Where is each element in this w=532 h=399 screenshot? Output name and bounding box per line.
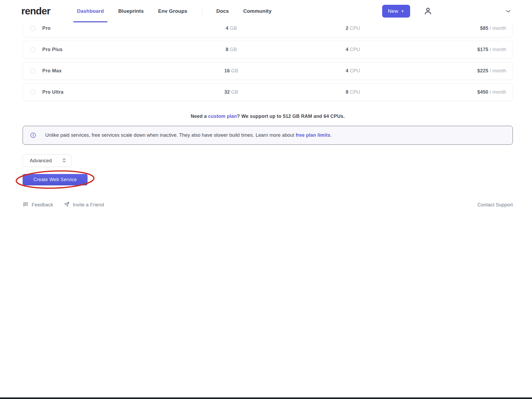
primary-nav: Dashboard Blueprints Env Groups Docs Com… bbox=[77, 0, 271, 22]
plan-row-pro[interactable]: Pro 4 GB 2 CPU $85 / month bbox=[23, 22, 513, 37]
plan-cpu: 4 CPU bbox=[321, 68, 385, 74]
cpu-unit: CPU bbox=[350, 47, 360, 52]
plan-row-pro-max[interactable]: Pro Max 16 GB 4 CPU $225 / month bbox=[23, 62, 513, 80]
plan-price: $175 / month bbox=[385, 47, 506, 52]
custom-plan-note: Need a custom plan? We support up to 512… bbox=[23, 114, 513, 119]
nav-item-docs[interactable]: Docs bbox=[216, 0, 229, 22]
plan-ram: 8 GB bbox=[199, 47, 263, 52]
radio-button[interactable] bbox=[30, 47, 35, 52]
plan-name: Pro bbox=[42, 26, 199, 31]
ram-value: 4 bbox=[226, 26, 228, 31]
info-icon bbox=[30, 132, 36, 138]
plan-cpu: 8 CPU bbox=[321, 89, 385, 95]
nav-divider bbox=[202, 6, 202, 16]
advanced-label: Advanced bbox=[30, 158, 52, 164]
feedback-label: Feedback bbox=[32, 202, 53, 208]
nav-item-dashboard[interactable]: Dashboard bbox=[77, 0, 104, 22]
ram-value: 8 bbox=[226, 47, 228, 52]
notice-text: Unlike paid services, free services scal… bbox=[45, 132, 332, 138]
radio-button[interactable] bbox=[30, 26, 35, 31]
plan-price: $450 / month bbox=[385, 89, 506, 95]
new-button[interactable]: New + bbox=[382, 5, 410, 18]
price-suffix: / month bbox=[490, 68, 506, 73]
create-button-area: Create Web Service bbox=[23, 174, 88, 185]
plan-list: Pro 4 GB 2 CPU $85 / month Pro Plus 8 GB bbox=[23, 22, 513, 105]
create-web-service-button[interactable]: Create Web Service bbox=[23, 174, 88, 185]
page-footer: Feedback Invite a Friend Contact Support bbox=[23, 201, 513, 209]
price-value: $175 bbox=[477, 47, 488, 52]
cpu-value: 8 bbox=[346, 89, 348, 95]
feedback-link[interactable]: Feedback bbox=[23, 201, 53, 209]
price-suffix: / month bbox=[490, 26, 506, 31]
plan-ram: 16 GB bbox=[199, 68, 263, 74]
ram-value: 16 bbox=[224, 68, 230, 73]
render-logo[interactable]: render bbox=[21, 6, 50, 17]
contact-support-link[interactable]: Contact Support bbox=[477, 202, 513, 208]
custom-plan-link[interactable]: custom plan bbox=[208, 114, 237, 119]
radio-button[interactable] bbox=[30, 90, 35, 95]
paper-plane-icon bbox=[64, 201, 70, 209]
cpu-unit: CPU bbox=[350, 26, 360, 31]
plan-name: Pro Plus bbox=[42, 47, 199, 52]
custom-plan-text-after: ? We support up to 512 GB RAM and 64 CPU… bbox=[237, 114, 345, 119]
ram-unit: GB bbox=[230, 26, 237, 31]
plan-ram: 4 GB bbox=[199, 26, 263, 31]
plan-name: Pro Ultra bbox=[42, 89, 199, 95]
ram-unit: GB bbox=[231, 68, 238, 73]
header-right-cluster: New + bbox=[382, 5, 512, 18]
cpu-value: 4 bbox=[346, 68, 348, 73]
invite-friend-label: Invite a Friend bbox=[73, 202, 104, 208]
free-plan-notice-banner: Unlike paid services, free services scal… bbox=[23, 126, 513, 145]
chevron-down-icon[interactable] bbox=[505, 8, 512, 15]
price-value: $85 bbox=[480, 26, 488, 31]
plan-name: Pro Max bbox=[42, 68, 199, 74]
price-suffix: / month bbox=[490, 89, 506, 95]
plan-cpu: 4 CPU bbox=[321, 47, 385, 52]
nav-item-blueprints[interactable]: Blueprints bbox=[118, 0, 144, 22]
ram-unit: GB bbox=[231, 89, 238, 95]
radio-button[interactable] bbox=[30, 68, 35, 74]
new-button-label: New bbox=[388, 8, 398, 14]
plan-price: $225 / month bbox=[385, 68, 506, 74]
plus-icon: + bbox=[401, 8, 404, 14]
plan-price: $85 / month bbox=[385, 26, 506, 31]
free-plan-limits-link[interactable]: free plan limits bbox=[296, 132, 330, 138]
feedback-bubble-icon bbox=[23, 201, 28, 209]
bottom-edge-bar bbox=[0, 397, 532, 399]
plan-row-pro-ultra[interactable]: Pro Ultra 32 GB 8 CPU $450 / month bbox=[23, 83, 513, 101]
ram-value: 32 bbox=[224, 89, 230, 95]
account-profile-icon[interactable] bbox=[423, 7, 432, 16]
price-suffix: / month bbox=[490, 47, 506, 52]
nav-item-community[interactable]: Community bbox=[243, 0, 271, 22]
unfold-updown-icon bbox=[61, 157, 67, 164]
advanced-toggle[interactable]: Advanced bbox=[23, 154, 72, 167]
cpu-value: 4 bbox=[346, 47, 348, 52]
top-navigation-bar: render Dashboard Blueprints Env Groups D… bbox=[0, 0, 532, 22]
price-value: $225 bbox=[477, 68, 488, 73]
notice-text-before: Unlike paid services, free services scal… bbox=[45, 132, 296, 138]
plan-ram: 32 GB bbox=[199, 89, 263, 95]
custom-plan-text-before: Need a bbox=[191, 114, 208, 119]
notice-text-after: . bbox=[330, 132, 332, 138]
cpu-unit: CPU bbox=[350, 89, 360, 95]
price-value: $450 bbox=[477, 89, 488, 95]
plan-cpu: 2 CPU bbox=[321, 26, 385, 31]
plan-selection-section: Pro 4 GB 2 CPU $85 / month Pro Plus 8 GB bbox=[23, 22, 513, 209]
invite-friend-link[interactable]: Invite a Friend bbox=[64, 201, 104, 209]
nav-item-env-groups[interactable]: Env Groups bbox=[158, 0, 187, 22]
ram-unit: GB bbox=[230, 47, 237, 52]
cpu-unit: CPU bbox=[350, 68, 360, 73]
cpu-value: 2 bbox=[346, 26, 348, 31]
plan-row-pro-plus[interactable]: Pro Plus 8 GB 4 CPU $175 / month bbox=[23, 41, 513, 59]
